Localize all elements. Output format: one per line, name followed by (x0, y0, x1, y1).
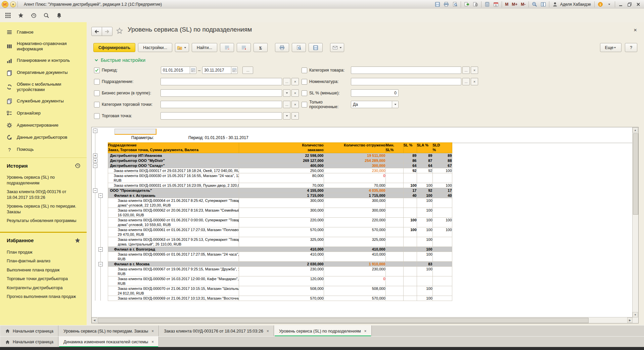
cell-shipped[interactable]: 325,000 (324, 237, 385, 247)
scroll-down-icon[interactable]: ▼ (633, 312, 638, 317)
select-value-button[interactable]: ... (283, 101, 290, 108)
checkbox[interactable] (94, 113, 100, 119)
cell-sld[interactable] (432, 173, 452, 183)
cell-name[interactable]: Заказ клиента 00УД-000064 от 21.06.2017 … (108, 198, 239, 208)
найти-button[interactable]: Найти... (192, 43, 217, 52)
cell-sld[interactable] (432, 247, 452, 252)
sidebar-item-7[interactable]: Органайзер (0, 107, 87, 119)
cell-sla[interactable]: 92 (417, 168, 432, 173)
cell-sl[interactable]: 92 (403, 168, 417, 173)
сформировать-button[interactable]: Сформировать (93, 43, 135, 52)
cell-qty[interactable]: 570,000 (239, 227, 324, 237)
cell-name[interactable]: Заказ клиента 00УД-000067 от 19.06.2017 … (108, 266, 239, 276)
cell-qty[interactable]: 70,000 (239, 183, 324, 188)
cell-sld[interactable]: 67 (432, 163, 452, 168)
sidebar-item-10[interactable]: ?Помощь (0, 143, 87, 156)
cell-min-sl[interactable] (385, 198, 403, 208)
cell-qty[interactable]: 400,000 (239, 163, 324, 168)
cell-sld[interactable]: 100 (432, 168, 452, 173)
forward-button[interactable] (102, 27, 112, 36)
column-header-sla[interactable]: SLA % (417, 142, 432, 153)
favorite-item[interactable]: Контрагенты дистрибьютора (7, 285, 82, 291)
filter-input[interactable] (351, 78, 461, 85)
vertical-scrollbar[interactable]: ▲ ▼ (632, 127, 638, 317)
cell-sld[interactable] (432, 266, 452, 276)
cell-sld[interactable] (432, 286, 452, 296)
checkbox[interactable] (94, 102, 100, 107)
filter-input[interactable] (160, 101, 282, 108)
cell-min-sl[interactable] (385, 286, 403, 296)
cell-sld[interactable]: 100 (432, 227, 452, 237)
cell-name[interactable]: Дистрибьютор ООО "MyDistr" (108, 158, 239, 163)
select-value-button[interactable]: ... (283, 78, 290, 85)
select-value-button[interactable]: ... (462, 78, 470, 85)
cell-sla[interactable] (417, 276, 432, 286)
group-expander[interactable]: − (98, 262, 103, 266)
cell-shipped[interactable]: 410,000 (324, 247, 385, 252)
group-expander[interactable]: − (93, 164, 97, 168)
scroll-left-icon[interactable]: ◀ (92, 317, 97, 323)
cell-name[interactable]: Дистрибьютор ИП Иванкова (108, 153, 239, 158)
mail-button[interactable] (330, 43, 344, 52)
cell-sl[interactable]: 100 (403, 227, 417, 237)
cell-min-sl[interactable] (385, 261, 403, 266)
cell-min-sl[interactable] (385, 188, 403, 193)
cell-name[interactable]: Заказ клиента 00УД-000030 от 15.05.2017 … (108, 173, 239, 183)
horizontal-scrollbar[interactable]: ◀ ▶ (92, 317, 633, 323)
cell-min-sl[interactable] (385, 163, 403, 168)
cell-shipped[interactable]: 1 910,000 (324, 261, 385, 266)
cell-min-sl[interactable] (385, 217, 403, 227)
checkbox[interactable] (94, 90, 100, 96)
cell-qty[interactable]: 325,000 (239, 237, 324, 247)
cell-sl[interactable]: 17 (403, 188, 417, 193)
dropdown-icon[interactable] (392, 101, 398, 108)
cell-qty[interactable]: 80,000 (239, 173, 324, 183)
cell-shipped[interactable]: 220,000 (324, 217, 385, 227)
cell-min-sl[interactable] (385, 237, 403, 247)
cell-name[interactable]: Заказ клиента 00УД-000062 от 20.06.2017 … (108, 208, 239, 217)
calendar-icon[interactable]: 31 (492, 1, 500, 8)
cell-sld[interactable]: 88 (432, 158, 452, 163)
save-button[interactable] (309, 43, 323, 52)
cell-shipped[interactable]: 230,000 (324, 168, 385, 173)
cell-sla[interactable]: 100 (417, 296, 432, 301)
group-expander[interactable]: + (93, 159, 97, 163)
notifications-icon[interactable] (55, 11, 63, 19)
cell-min-sl[interactable] (385, 266, 403, 276)
selected-cell[interactable] (114, 129, 156, 135)
column-header-qty[interactable]: Количествозаказано (239, 142, 324, 153)
tab-1-4[interactable]: Уровень сервиса (SL) по подразделениям× (274, 325, 372, 337)
cell-sla[interactable]: 100 (417, 237, 432, 247)
cell-shipped[interactable]: 410,000 (324, 252, 385, 261)
history-item[interactable]: Уровень сервиса (SL) по периодам. Заказы (7, 204, 82, 215)
scroll-up-icon[interactable]: ▲ (633, 127, 638, 133)
cell-sl[interactable] (403, 266, 417, 276)
column-header-sl[interactable]: SL % (403, 142, 417, 153)
close-icon[interactable] (634, 1, 643, 8)
checkbox[interactable] (302, 90, 307, 96)
checkbox-checked[interactable] (94, 68, 100, 73)
cell-shipped[interactable]: 70,000 (324, 183, 385, 188)
cell-sla[interactable]: 92 (417, 188, 432, 193)
cell-sl[interactable] (403, 173, 417, 183)
split-view-icon[interactable] (539, 1, 548, 8)
tab-2-1[interactable]: Начальная страница (0, 337, 58, 347)
cell-name[interactable]: Заказ клиента 00УД-000069 от 21.06.2017 … (108, 296, 239, 301)
cell-name[interactable]: Заказ клиента 00УД-000060 от 01.06.2017 … (108, 217, 239, 227)
checkbox[interactable] (302, 102, 307, 107)
collapse-groups-button[interactable] (220, 43, 234, 52)
clear-button[interactable]: × (291, 89, 299, 97)
cell-sld[interactable]: 89 (432, 153, 452, 158)
cell-min-sl[interactable] (385, 252, 403, 261)
system-menu-icon[interactable]: ▼ (10, 1, 16, 7)
cell-sla[interactable]: 100 (417, 193, 432, 198)
sum-button[interactable]: Σ (254, 43, 268, 52)
cell-sl[interactable] (403, 296, 417, 301)
star-icon[interactable] (75, 237, 81, 244)
report-variants-button[interactable] (175, 43, 189, 52)
sidebar-item-4[interactable]: Оперативные документы (0, 67, 87, 79)
cell-shipped[interactable]: 508,000 (324, 286, 385, 296)
cell-min-sl[interactable] (385, 276, 403, 286)
cell-name[interactable]: Филиал в г. Волгоград (108, 247, 239, 252)
sidebar-item-6[interactable]: Служебные документы (0, 95, 87, 107)
